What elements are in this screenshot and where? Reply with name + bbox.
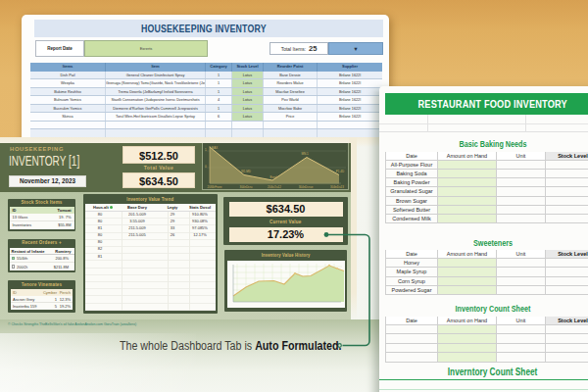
svg-text:304nDu13: 304nDu13: [330, 185, 344, 189]
svg-text:2084rFrore: 2084rFrore: [208, 185, 222, 189]
svg-text:0: 0: [205, 165, 207, 169]
svg-text:204sOu12: 204sOu12: [268, 185, 281, 189]
svg-text:Exrel: Exrel: [270, 175, 277, 179]
svg-text:304nDcrue: 304nDcrue: [299, 185, 314, 189]
svg-text:304nDcru: 304nDcru: [239, 185, 252, 189]
svg-text:W1.MD: W1.MD: [241, 170, 252, 173]
svg-text:1: 1: [205, 148, 207, 152]
svg-text:MN.1: MN.1: [301, 152, 308, 156]
svg-text:MAX: MAX: [212, 146, 219, 150]
svg-text:P1.4D: P1.4D: [336, 170, 345, 173]
